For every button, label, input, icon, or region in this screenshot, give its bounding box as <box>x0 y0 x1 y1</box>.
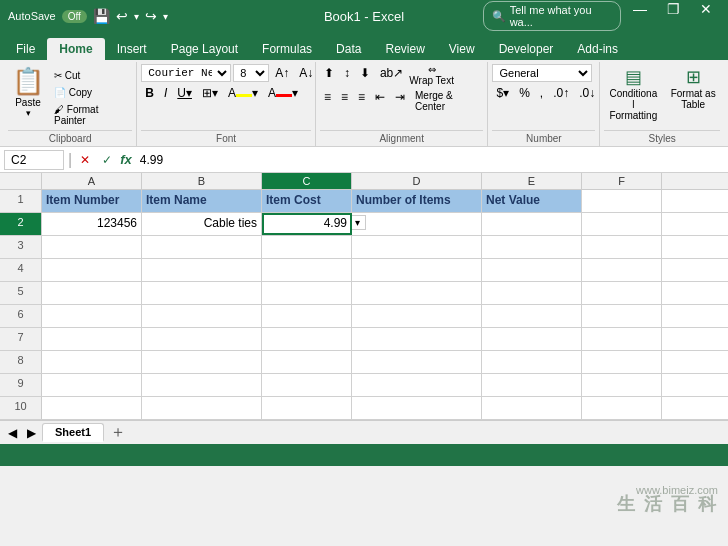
increase-indent-btn[interactable]: ⇥ <box>391 88 409 114</box>
scroll-sheets-right[interactable]: ▶ <box>23 426 40 440</box>
cell-e6[interactable] <box>482 305 582 327</box>
undo-icon[interactable]: ↩ <box>116 8 128 24</box>
merge-center-btn[interactable]: Merge & Center <box>411 88 483 114</box>
cell-c2[interactable]: 4.99 <box>262 213 352 235</box>
cell-d9[interactable] <box>352 374 482 396</box>
wrap-text-button[interactable]: ⇔ Wrap Text <box>409 64 454 86</box>
cell-d5[interactable] <box>352 282 482 304</box>
save-icon[interactable]: 💾 <box>93 8 110 24</box>
paste-button[interactable]: 📋 Paste ▾ <box>8 64 48 120</box>
cell-b8[interactable] <box>142 351 262 373</box>
add-sheet-button[interactable]: ＋ <box>106 422 130 443</box>
cell-c10[interactable] <box>262 397 352 419</box>
cell-c6[interactable] <box>262 305 352 327</box>
enter-icon[interactable]: ✓ <box>98 151 116 169</box>
decrease-indent-btn[interactable]: ⇤ <box>371 88 389 114</box>
fx-icon[interactable]: fx <box>120 152 132 167</box>
cell-b10[interactable] <box>142 397 262 419</box>
tab-data[interactable]: Data <box>324 38 373 60</box>
cell-e1[interactable]: Net Value <box>482 190 582 212</box>
cell-c5[interactable] <box>262 282 352 304</box>
align-center-btn[interactable]: ≡ <box>337 88 352 114</box>
cell-f6[interactable] <box>582 305 662 327</box>
orientation-btn[interactable]: ab↗ <box>376 64 407 86</box>
cancel-icon[interactable]: ✕ <box>76 151 94 169</box>
font-size-select[interactable]: 8 <box>233 64 269 82</box>
align-bottom-btn[interactable]: ⬇ <box>356 64 374 86</box>
cell-d6[interactable] <box>352 305 482 327</box>
cell-c1[interactable]: Item Cost <box>262 190 352 212</box>
cut-button[interactable]: ✂ Cut <box>50 68 132 83</box>
formula-input[interactable] <box>136 151 724 169</box>
underline-button[interactable]: U▾ <box>173 84 196 102</box>
row-number-4[interactable]: 4 <box>0 259 42 281</box>
increase-decimal-btn[interactable]: .0↑ <box>549 84 573 102</box>
cell-a4[interactable] <box>42 259 142 281</box>
conditional-formatting-button[interactable]: ▤ Conditional Formatting <box>604 64 662 123</box>
format-as-table-button[interactable]: ⊞ Format as Table <box>666 64 720 112</box>
cell-f10[interactable] <box>582 397 662 419</box>
cell-f3[interactable] <box>582 236 662 258</box>
row-number-5[interactable]: 5 <box>0 282 42 304</box>
cell-d1[interactable]: Number of Items <box>352 190 482 212</box>
col-header-c[interactable]: C <box>262 173 352 189</box>
currency-btn[interactable]: $▾ <box>492 84 513 102</box>
cell-e3[interactable] <box>482 236 582 258</box>
cell-e5[interactable] <box>482 282 582 304</box>
sheet-tab-sheet1[interactable]: Sheet1 <box>42 423 104 442</box>
scroll-sheets-left[interactable]: ◀ <box>4 426 21 440</box>
cell-e7[interactable] <box>482 328 582 350</box>
cell-d2[interactable]: 📋(Ctrl) ▾ <box>352 213 482 235</box>
tab-page-layout[interactable]: Page Layout <box>159 38 250 60</box>
tab-review[interactable]: Review <box>373 38 436 60</box>
ctrl-popup[interactable]: 📋(Ctrl) ▾ <box>352 215 366 230</box>
italic-button[interactable]: I <box>160 84 171 102</box>
cell-a7[interactable] <box>42 328 142 350</box>
col-header-e[interactable]: E <box>482 173 582 189</box>
cell-b7[interactable] <box>142 328 262 350</box>
cell-f9[interactable] <box>582 374 662 396</box>
col-header-b[interactable]: B <box>142 173 262 189</box>
cell-d10[interactable] <box>352 397 482 419</box>
cell-d8[interactable] <box>352 351 482 373</box>
cell-f8[interactable] <box>582 351 662 373</box>
cell-f7[interactable] <box>582 328 662 350</box>
paste-dropdown[interactable]: ▾ <box>26 108 31 118</box>
cell-b6[interactable] <box>142 305 262 327</box>
cell-c8[interactable] <box>262 351 352 373</box>
cell-a6[interactable] <box>42 305 142 327</box>
cell-e9[interactable] <box>482 374 582 396</box>
copy-button[interactable]: 📄 Copy <box>50 85 132 100</box>
cell-b3[interactable] <box>142 236 262 258</box>
cell-f2[interactable] <box>582 213 662 235</box>
row-number-10[interactable]: 10 <box>0 397 42 419</box>
increase-font-btn[interactable]: A↑ <box>271 64 293 82</box>
tab-formulas[interactable]: Formulas <box>250 38 324 60</box>
tab-home[interactable]: Home <box>47 38 104 60</box>
row-number-9[interactable]: 9 <box>0 374 42 396</box>
font-name-select[interactable]: Courier New <box>141 64 231 82</box>
cell-b1[interactable]: Item Name <box>142 190 262 212</box>
row-number-3[interactable]: 3 <box>0 236 42 258</box>
col-header-d[interactable]: D <box>352 173 482 189</box>
cell-b2[interactable]: Cable ties <box>142 213 262 235</box>
redo-icon[interactable]: ↪ <box>145 8 157 24</box>
quick-access-dropdown[interactable]: ▾ <box>163 11 168 22</box>
cell-a9[interactable] <box>42 374 142 396</box>
bold-button[interactable]: B <box>141 84 158 102</box>
cell-c9[interactable] <box>262 374 352 396</box>
cell-c7[interactable] <box>262 328 352 350</box>
percent-btn[interactable]: % <box>515 84 534 102</box>
row-number-8[interactable]: 8 <box>0 351 42 373</box>
cell-e4[interactable] <box>482 259 582 281</box>
row-number-2[interactable]: 2 <box>0 213 42 235</box>
format-painter-button[interactable]: 🖌 Format Painter <box>50 102 132 128</box>
tab-insert[interactable]: Insert <box>105 38 159 60</box>
close-btn[interactable]: ✕ <box>692 1 720 31</box>
cell-a8[interactable] <box>42 351 142 373</box>
cell-e8[interactable] <box>482 351 582 373</box>
row-number-1[interactable]: 1 <box>0 190 42 212</box>
cell-c3[interactable] <box>262 236 352 258</box>
comma-btn[interactable]: , <box>536 84 547 102</box>
tell-me-box[interactable]: 🔍 Tell me what you wa... <box>483 1 621 31</box>
